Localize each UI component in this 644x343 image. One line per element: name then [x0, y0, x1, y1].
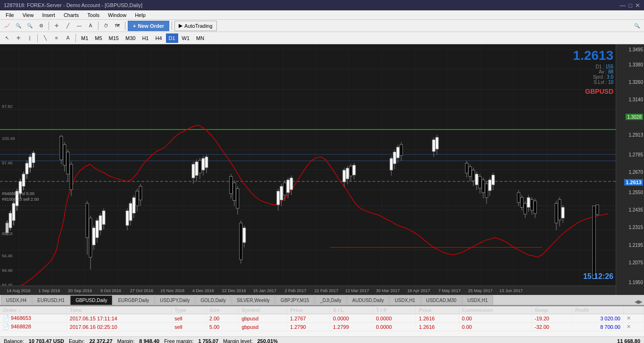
date-13: 30 Mar 2017: [376, 288, 400, 293]
cursor-button[interactable]: ↖: [2, 33, 12, 43]
svg-rect-117: [343, 170, 346, 182]
svg-text:#9468838 sl 5.00: #9468838 sl 5.00: [2, 191, 34, 196]
properties-button[interactable]: ⚙: [36, 21, 46, 31]
chart-tab-usdxh4[interactable]: USDX,H4: [1, 295, 32, 305]
tf-mn[interactable]: MN: [193, 33, 207, 43]
trade-row-1: 📄 9468653 2017.06.15 17:11:14 sell 2.00 …: [0, 314, 644, 323]
zoom-out-button[interactable]: 🔍: [25, 21, 35, 31]
trade-close-2[interactable]: ✕: [627, 324, 631, 329]
tf-m1[interactable]: M1: [78, 33, 91, 43]
svg-rect-43: [12, 204, 15, 220]
tf-m15[interactable]: M15: [106, 33, 122, 43]
chart-tab-eurgbp[interactable]: EURGBP,Daily: [113, 295, 154, 305]
text-label-button[interactable]: A: [63, 33, 73, 43]
search-button[interactable]: 🔍: [632, 21, 642, 31]
menu-insert[interactable]: Insert: [38, 10, 59, 19]
tab-prev-button[interactable]: ◀: [635, 299, 638, 305]
tf-m30[interactable]: M30: [123, 33, 138, 43]
tf-m5[interactable]: M5: [92, 33, 105, 43]
tf-w1[interactable]: W1: [179, 33, 193, 43]
date-8: 22 Dec 2016: [222, 288, 246, 293]
svg-rect-115: [290, 178, 293, 190]
chart-tab-usdxh1b[interactable]: USDX,H1: [462, 295, 493, 305]
menu-view[interactable]: View: [19, 10, 38, 19]
chart-tab-silver[interactable]: SILVER,Weekly: [231, 295, 275, 305]
chart-tab-eurusdh1[interactable]: EURUSD,H1: [32, 295, 70, 305]
price-12: 1.2195: [628, 242, 643, 247]
tf-h4[interactable]: H4: [152, 33, 165, 43]
balance-label: Balance:: [4, 338, 24, 343]
tf-d1[interactable]: D1: [166, 33, 178, 43]
chart-tab-usdcad[interactable]: USDCAD,M30: [421, 295, 462, 305]
menu-charts[interactable]: Charts: [60, 10, 83, 19]
cross-button[interactable]: ✛: [13, 33, 24, 43]
svg-rect-125: [390, 158, 393, 170]
svg-rect-105: [243, 228, 246, 243]
hline-button[interactable]: —: [74, 21, 84, 31]
text-button[interactable]: A: [85, 21, 96, 31]
equity-value: 22 372.27: [90, 338, 113, 343]
new-order-button[interactable]: + New Order: [128, 21, 169, 31]
period-button[interactable]: ⏱: [101, 21, 111, 31]
balance-value: 10 703.47 USD: [29, 338, 64, 343]
crosshair-button[interactable]: ✛: [51, 21, 62, 31]
price-green: 1.3028: [626, 114, 643, 120]
price-current-badge: 1.2613: [624, 179, 643, 186]
chart-tab-usdxh1[interactable]: USDX,H1: [389, 295, 420, 305]
chart-tab-dji[interactable]: _DJI,Daily: [315, 295, 347, 305]
menu-window[interactable]: Window: [104, 10, 130, 19]
sep-tf: [75, 34, 76, 42]
menu-tools[interactable]: Tools: [83, 10, 103, 19]
col-price[interactable]: Price: [287, 306, 330, 314]
col-commission[interactable]: Commission: [459, 306, 531, 314]
col-tp[interactable]: T / P: [373, 306, 416, 314]
date-16: 25 May 2017: [468, 288, 493, 293]
col-order[interactable]: Order ↕: [0, 306, 66, 314]
chart-tab-gbpusd[interactable]: GBPUSD,Daily: [70, 295, 112, 305]
col-size[interactable]: Size: [206, 306, 239, 314]
toolbar2: ↖ ✛ | ╲ ≡ A M1 M5 M15 M30 H1 H4 D1 W1 MN: [0, 32, 644, 44]
svg-rect-49: [22, 174, 25, 186]
chart-tab-gbpjpy[interactable]: GBPJPY,M15: [275, 295, 314, 305]
col-type[interactable]: Type: [172, 306, 206, 314]
close-button[interactable]: ✕: [635, 2, 640, 9]
date-11: 21 Feb 2017: [314, 288, 339, 293]
col-price-cur[interactable]: Price: [416, 306, 459, 314]
svg-rect-167: [555, 204, 558, 223]
svg-rect-93: [202, 158, 205, 170]
col-symbol[interactable]: Symbol: [239, 306, 287, 314]
trade-close-1[interactable]: ✕: [627, 315, 631, 321]
chart-tab-usdjpy[interactable]: USDJPY,Daily: [155, 295, 195, 305]
chart-tab-audusd[interactable]: AUDUSD,Daily: [347, 295, 389, 305]
vline-button[interactable]: |: [25, 33, 35, 43]
menu-file[interactable]: File: [2, 10, 18, 19]
navigator-button[interactable]: 🗺: [112, 21, 123, 31]
svg-rect-53: [29, 157, 32, 168]
minimize-button[interactable]: —: [619, 2, 626, 9]
maximize-button[interactable]: □: [628, 2, 632, 9]
price-5: 1.3028: [626, 114, 643, 120]
trade-icon-1: 📄 9468653: [0, 314, 66, 323]
trade-symbol-1: gbpusd: [239, 314, 287, 323]
svg-rect-141: [472, 170, 475, 181]
fib-button[interactable]: ≡: [51, 33, 62, 43]
line-button[interactable]: ╱: [63, 21, 73, 31]
date-15: 7 May 2017: [438, 288, 461, 293]
col-swap[interactable]: Swap: [531, 306, 572, 314]
chart-tab-gold[interactable]: GOLD,Daily: [196, 295, 231, 305]
zoom-in-button[interactable]: 🔍: [13, 21, 24, 31]
new-order-icon: +: [133, 23, 136, 29]
new-chart-button[interactable]: 📈: [2, 21, 12, 31]
autotrading-button[interactable]: ▶ AutoTrading: [174, 21, 217, 31]
tf-h1[interactable]: H1: [139, 33, 151, 43]
menu-help[interactable]: Help: [131, 10, 149, 19]
trendline-button[interactable]: ╲: [40, 33, 50, 43]
chart-tabs: USDX,H4 EURUSD,H1 GBPUSD,Daily EURGBP,Da…: [0, 295, 644, 305]
svg-rect-121: [349, 166, 352, 176]
date-17: 13 Jun 2017: [499, 288, 523, 293]
tab-next-button[interactable]: ▶: [638, 299, 642, 305]
autotrading-label: AutoTrading: [184, 23, 213, 29]
col-profit[interactable]: Profit: [572, 306, 624, 314]
col-time[interactable]: Time: [66, 306, 171, 314]
col-sl[interactable]: S / L: [330, 306, 373, 314]
